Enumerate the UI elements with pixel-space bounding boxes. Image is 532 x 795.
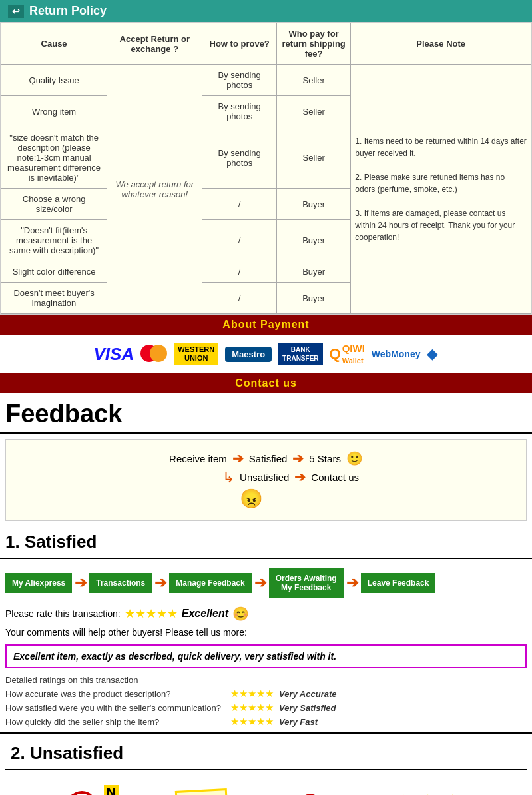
how-cell: By sending photos bbox=[202, 96, 276, 127]
webmoney-logo: WebMoney bbox=[372, 349, 421, 359]
arrow-icon-3: ➔ bbox=[294, 469, 306, 485]
star-grid: ★ ★ ★ ★ ★ 😊 bbox=[392, 792, 465, 795]
step-arrow-3: ➔ bbox=[252, 574, 269, 592]
down-right-arrow-icon: ↳ bbox=[222, 469, 234, 486]
arrow-icon-2: ➔ bbox=[292, 450, 304, 466]
who-cell: Buyer bbox=[276, 189, 350, 220]
how-cell: By sending photos bbox=[202, 65, 276, 96]
cause-cell: Quality Issue bbox=[1, 65, 107, 96]
no-sign-icon bbox=[67, 791, 97, 795]
n-label: N bbox=[104, 785, 119, 795]
return-policy-header: ↩ Return Policy bbox=[0, 0, 532, 22]
unsatisfied-flow: Unsatisfied ➔ Contact us 😠 bbox=[240, 469, 359, 510]
who-cell: Seller bbox=[276, 65, 350, 96]
return-icon: ↩ bbox=[8, 5, 24, 18]
unsatisfied-label: Unsatisfied bbox=[240, 472, 289, 483]
no-group: ★ N 😠 STOP bbox=[67, 785, 150, 795]
feedback-title: Feedback bbox=[0, 393, 532, 434]
cause-cell: Doesn't meet buyer's imagination bbox=[1, 283, 107, 314]
unsatisfied-section: 2. Unsatisfied ★ N 😠 STOP ★ bbox=[0, 732, 532, 795]
step-arrow-2: ➔ bbox=[152, 574, 169, 592]
rat-stars-1: ★★★★★ bbox=[230, 688, 274, 700]
cause-cell: Choose a wrong size/color bbox=[1, 189, 107, 220]
rat-desc-1: Very Accurate bbox=[279, 689, 336, 699]
step-manage-feedback: Manage Feedback bbox=[169, 573, 251, 593]
return-table-wrapper: Cause Accept Return or exchange ? How to… bbox=[0, 22, 532, 315]
smile-emoji-2: 😊 bbox=[232, 606, 249, 622]
step-orders-awaiting: Orders AwaitingMy Feedback bbox=[269, 568, 344, 598]
grid-star: ★ bbox=[392, 792, 415, 795]
flow-row-unsat: Unsatisfied ➔ Contact us bbox=[240, 469, 359, 485]
qiwi-logo: QQIWIWallet bbox=[330, 343, 365, 365]
notes-cell: 1. Items need to be returned within 14 d… bbox=[351, 65, 531, 314]
comments-text-row: Your comments will help other buyers! Pl… bbox=[0, 624, 532, 640]
feedback-box: Receive item ➔ Satisfied ➔ 5 Stars 🙂 ↳ U… bbox=[5, 439, 527, 521]
unsat-item-question: ? We must find a solution for you. bbox=[254, 789, 366, 795]
rat-stars-3: ★★★★★ bbox=[230, 716, 274, 728]
contact-us-label: Contact us bbox=[311, 472, 359, 483]
who-cell: Seller bbox=[276, 127, 350, 189]
example-comment: Excellent item, exactly as described, qu… bbox=[5, 644, 527, 668]
rat-desc-3: Very Fast bbox=[279, 717, 318, 727]
mc-right bbox=[150, 345, 167, 362]
western-union-logo: WESTERNUNION bbox=[174, 343, 218, 365]
rating-row-1: How accurate was the product description… bbox=[5, 688, 527, 700]
unsat-item-email: EMAIL ➤ Contact us bbox=[176, 790, 228, 795]
contact-header: Contact us bbox=[0, 373, 532, 393]
step-transactions: Transactions bbox=[89, 573, 152, 593]
accept-cell: We accept return for whatever reason! bbox=[107, 65, 202, 314]
grid-star: ★ bbox=[441, 792, 465, 795]
comments-text: Your comments will help other buyers! Pl… bbox=[5, 627, 247, 638]
rating-row-2: How satisfied were you with the seller's… bbox=[5, 702, 527, 714]
rat-stars-2: ★★★★★ bbox=[230, 702, 274, 714]
stars-display: ★★★★★ bbox=[125, 606, 178, 621]
visa-logo: VISA bbox=[94, 344, 134, 365]
bank-transfer-logo: BANKTRANSFER bbox=[278, 343, 322, 365]
how-cell: / bbox=[202, 220, 276, 261]
who-cell: Buyer bbox=[276, 220, 350, 261]
smile-emoji: 🙂 bbox=[346, 450, 363, 466]
steps-row: My Aliexpress ➔ Transactions ➔ Manage Fe… bbox=[0, 563, 532, 603]
unsat-item-stars: ★ ★ ★ ★ ★ 😊 bbox=[392, 792, 465, 795]
five-stars-label: 5 Stars bbox=[309, 453, 341, 464]
step-my-aliexpress: My Aliexpress bbox=[5, 573, 72, 593]
cause-cell: "Doesn't fit(item's measurement is the s… bbox=[1, 220, 107, 261]
arrow-icon: ➔ bbox=[232, 450, 244, 466]
col-cause: Cause bbox=[1, 23, 107, 65]
angry-emoji: 😠 bbox=[240, 488, 263, 509]
step-leave-feedback: Leave Feedback bbox=[361, 573, 436, 593]
cause-cell: "size doesn't match the description (ple… bbox=[1, 127, 107, 189]
how-cell: / bbox=[202, 261, 276, 283]
return-table: Cause Accept Return or exchange ? How to… bbox=[1, 23, 531, 314]
maestro-logo: Maestro bbox=[225, 347, 272, 362]
receive-item-label: Receive item bbox=[169, 453, 227, 464]
mastercard-logo bbox=[140, 345, 167, 363]
who-cell: Seller bbox=[276, 96, 350, 127]
col-how: How to prove? bbox=[202, 23, 276, 65]
how-cell: / bbox=[202, 283, 276, 314]
satisfied-label: Satisfied bbox=[249, 453, 288, 464]
rat-label-2: How satisfied were you with the seller's… bbox=[5, 703, 225, 713]
feedback-flow: Receive item ➔ Satisfied ➔ 5 Stars 🙂 ↳ U… bbox=[169, 450, 363, 510]
grid-star: ★ bbox=[417, 792, 440, 795]
rate-text: Please rate this transaction: bbox=[5, 608, 121, 619]
question-mark-icon: ? bbox=[300, 789, 321, 795]
detailed-ratings-title: Detailed ratings on this transaction bbox=[5, 675, 527, 685]
unsatisfied-section-title: 2. Unsatisfied bbox=[5, 738, 527, 770]
angry-emoji-row: 😠 bbox=[240, 488, 359, 510]
step-arrow-1: ➔ bbox=[72, 574, 89, 592]
payment-title: About Payment bbox=[222, 319, 309, 330]
rat-label-3: How quickly did the seller ship the item… bbox=[5, 717, 225, 727]
flow-unsatisfied-row: ↳ Unsatisfied ➔ Contact us 😠 bbox=[169, 469, 359, 510]
ratings-section: Detailed ratings on this transaction How… bbox=[0, 672, 532, 732]
step-arrow-4: ➔ bbox=[344, 574, 361, 592]
col-note: Please Note bbox=[351, 23, 531, 65]
cause-cell: Wrong item bbox=[1, 96, 107, 127]
payment-logos: VISA WESTERNUNION Maestro BANKTRANSFER Q… bbox=[0, 335, 532, 373]
how-cell: By sending photos bbox=[202, 127, 276, 189]
email-icon: EMAIL bbox=[175, 788, 229, 795]
rat-desc-2: Very Satisfied bbox=[279, 703, 336, 713]
rating-row-3: How quickly did the seller ship the item… bbox=[5, 716, 527, 728]
who-cell: Buyer bbox=[276, 261, 350, 283]
who-cell: Buyer bbox=[276, 283, 350, 314]
